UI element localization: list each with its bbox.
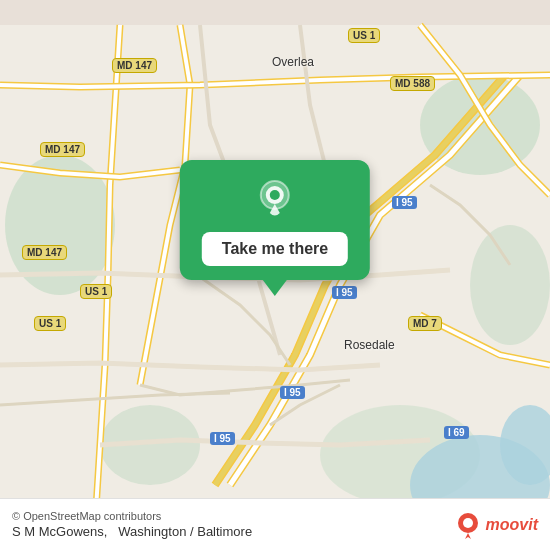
moovit-logo-icon xyxy=(454,511,482,539)
road-badge-i95-far: I 95 xyxy=(210,432,235,445)
take-me-there-button[interactable]: Take me there xyxy=(202,232,348,266)
road-badge-md7: MD 7 xyxy=(408,316,442,331)
place-label-rosedale: Rosedale xyxy=(344,338,395,352)
road-badge-us1-bot: US 1 xyxy=(80,284,112,299)
road-badge-md588: MD 588 xyxy=(390,76,435,91)
svg-point-3 xyxy=(470,225,550,345)
svg-point-13 xyxy=(463,518,473,528)
road-badge-i95-bot: I 95 xyxy=(280,386,305,399)
svg-point-10 xyxy=(270,190,280,200)
road-badge-us1-top: US 1 xyxy=(348,28,380,43)
moovit-brand-text: moovit xyxy=(486,516,538,534)
road-badge-i95-right: I 95 xyxy=(392,196,417,209)
road-badge-md147-mid: MD 147 xyxy=(40,142,85,157)
location-region: Washington / Baltimore xyxy=(118,524,252,539)
location-label: S M McGowens, Washington / Baltimore xyxy=(12,524,454,539)
moovit-logo: moovit xyxy=(454,511,538,539)
bubble-tail xyxy=(263,280,287,296)
location-name: S M McGowens, xyxy=(12,524,107,539)
bottom-bar: © OpenStreetMap contributors S M McGowen… xyxy=(0,498,550,550)
popup-card: Take me there xyxy=(180,160,370,296)
map-container: US 1 MD 147 MD 147 MD 147 I 95 I 95 I 95… xyxy=(0,0,550,550)
copyright-text: © OpenStreetMap contributors xyxy=(12,510,454,522)
road-badge-md147-top: MD 147 xyxy=(112,58,157,73)
place-label-overlea: Overlea xyxy=(272,55,314,69)
green-bubble: Take me there xyxy=(180,160,370,280)
road-badge-md147-low: MD 147 xyxy=(22,245,67,260)
road-badge-i69: I 69 xyxy=(444,426,469,439)
road-badge-us1-bot2: US 1 xyxy=(34,316,66,331)
pin-icon xyxy=(253,178,297,222)
